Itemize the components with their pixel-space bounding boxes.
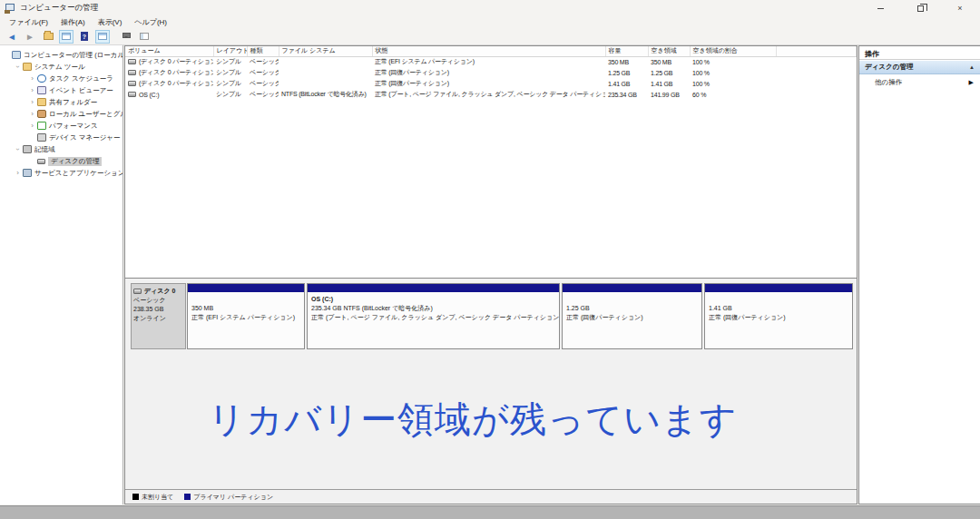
submenu-arrow-icon: ▶ [969,79,974,86]
device-manager-icon [37,133,46,142]
volume-icon [128,70,136,75]
back-arrow-icon: ◄ [7,32,16,42]
local-users-icon [37,110,46,118]
tree-item-storage[interactable]: › 記憶域 [0,143,122,155]
tree-item-device-manager[interactable]: デバイス マネージャー [0,132,122,143]
collapse-arrow-icon[interactable]: › [13,63,23,71]
recovery-annotation-text: リカバリー領域が残っています [125,395,857,445]
partition-recovery-2[interactable]: 1.41 GB 正常 (回復パーティション) [704,283,853,349]
window-title: コンピューターの管理 [20,3,98,14]
partition-efi[interactable]: 350 MB 正常 (EFI システム パーティション) [187,283,305,349]
col-capacity[interactable]: 容量 [605,46,648,56]
disk-0-label[interactable]: ディスク 0 ベーシック 238.35 GB オンライン [131,283,186,349]
action-pane-window-icon [98,33,107,40]
partition-color-band [705,284,852,292]
services-icon [23,169,32,177]
help-icon: ? [81,32,88,41]
partition-color-band [308,284,559,292]
console-window-icon [62,33,71,40]
graphical-view: ディスク 0 ベーシック 238.35 GB オンライン 350 MB 正常 (… [125,279,857,489]
close-button[interactable]: × [940,0,980,16]
show-console-tree-button[interactable] [59,30,74,44]
actions-pane: 操作 ディスクの管理 ▲ 他の操作 ▶ [858,45,980,504]
properties-pane-button[interactable] [137,30,152,44]
computer-icon [12,51,21,59]
tree-item-task-scheduler[interactable]: › タスク スケジューラ [0,73,122,84]
menu-file[interactable]: ファイル(F) [3,17,54,27]
disk-icon [133,289,142,294]
partition-os-c[interactable]: OS (C:) 235.34 GB NTFS (BitLocker で暗号化済み… [307,283,560,349]
menu-bar: ファイル(F) 操作(A) 表示(V) ヘルプ(H) [0,16,980,28]
primary-partition-swatch-icon [184,494,191,500]
actions-section-disk-management[interactable]: ディスクの管理 ▲ [859,60,980,74]
menu-view[interactable]: 表示(V) [92,17,129,27]
volume-row[interactable]: (ディスク 0 パーティション 5) シンプル ベーシック 正常 (回復パーティ… [125,78,857,89]
expand-arrow-icon[interactable]: › [13,169,23,177]
back-button[interactable]: ◄ [5,30,19,44]
desktop-background [0,507,980,519]
partition-legend: 未割り当て プライマリ パーティション [125,489,857,504]
context-menu-icon [122,33,131,38]
volume-icon [128,81,136,86]
more-actions-item[interactable]: 他の操作 ▶ [859,74,980,90]
menu-action[interactable]: 操作(A) [54,17,92,27]
col-type[interactable]: 種類 [247,46,279,56]
volume-table-header: ボリューム レイアウト 種類 ファイル システム 状態 容量 空き領域 空き領域… [125,46,857,56]
show-action-pane-button[interactable] [95,30,110,44]
expand-arrow-icon[interactable]: › [27,110,37,118]
col-layout[interactable]: レイアウト [213,46,247,56]
volume-icon [128,92,136,97]
system-tools-icon [23,63,32,71]
partition-color-band [563,284,701,292]
performance-icon [37,122,46,130]
tree-item-shared-folders[interactable]: › 共有フォルダー [0,96,122,108]
col-status[interactable]: 状態 [372,46,605,56]
help-button[interactable]: ? [77,30,92,44]
volume-row[interactable]: OS (C:) シンプル ベーシック NTFS (BitLocker で暗号化済… [125,89,857,100]
disk-status: オンライン [133,314,183,323]
tree-item-computer-management[interactable]: コンピューターの管理 (ローカル) [0,49,122,61]
legend-primary-partition: プライマリ パーティション [184,493,273,502]
menu-help[interactable]: ヘルプ(H) [128,17,173,27]
volume-row[interactable]: (ディスク 0 パーティション 4) シンプル ベーシック 正常 (回復パーティ… [125,67,857,78]
restore-button[interactable] [900,0,940,16]
event-viewer-icon [37,86,46,94]
disk-size: 238.35 GB [133,305,183,314]
up-folder-button[interactable] [41,30,55,44]
collapse-arrow-icon[interactable]: › [13,145,23,153]
minimize-button[interactable] [860,0,900,16]
storage-icon [23,145,32,153]
expand-arrow-icon[interactable]: › [27,74,37,83]
tree-item-services-applications[interactable]: › サービスとアプリケーション [0,167,122,179]
expand-arrow-icon[interactable]: › [27,122,37,130]
volume-icon [128,59,136,64]
expand-arrow-icon[interactable]: › [27,98,37,106]
tree-item-event-viewer[interactable]: › イベント ビューアー [0,84,122,96]
console-tree: コンピューターの管理 (ローカル) › システム ツール › タスク スケジュー… [0,45,123,504]
unallocated-swatch-icon [132,494,139,500]
forward-arrow-icon: ► [25,32,34,42]
tree-item-performance[interactable]: › パフォーマンス [0,120,122,132]
col-free-space[interactable]: 空き領域 [648,46,690,56]
partition-color-band [188,284,304,292]
volume-row[interactable]: (ディスク 0 パーティション 1) シンプル ベーシック 正常 (EFI シス… [125,56,857,67]
app-icon [5,4,15,14]
shared-folders-icon [37,98,46,106]
tree-item-local-users-groups[interactable]: › ローカル ユーザーとグループ [0,108,122,120]
col-volume[interactable]: ボリューム [125,46,213,56]
legend-unallocated: 未割り当て [132,493,173,502]
tree-item-disk-management[interactable]: ディスクの管理 [0,155,122,167]
forward-button[interactable]: ► [23,30,37,44]
tree-item-system-tools[interactable]: › システム ツール [0,61,122,73]
col-free-percent[interactable]: 空き領域の割合 [690,46,776,56]
partition-recovery-1[interactable]: 1.25 GB 正常 (回復パーティション) [562,283,702,349]
col-file-system[interactable]: ファイル システム [279,46,372,56]
expand-arrow-icon[interactable]: › [27,86,37,94]
disk-type: ベーシック [133,296,183,305]
minimize-icon [877,8,884,9]
context-menu-button[interactable] [119,30,133,44]
title-bar: コンピューターの管理 × [0,0,980,16]
computer-management-window: コンピューターの管理 × ファイル(F) 操作(A) 表示(V) ヘルプ(H) … [0,0,980,506]
folder-icon [44,33,54,40]
collapse-section-icon[interactable]: ▲ [969,64,975,70]
